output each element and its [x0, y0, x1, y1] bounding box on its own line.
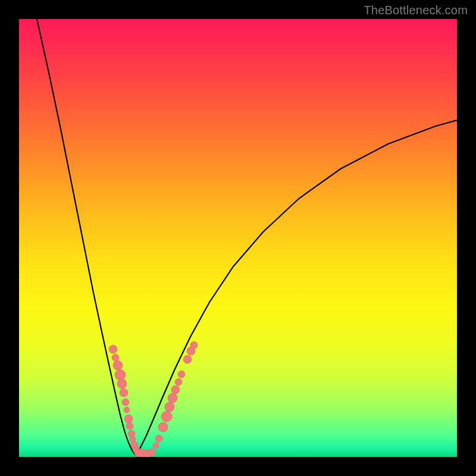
bead-point: [109, 345, 117, 353]
scatter-beads: [109, 342, 198, 457]
bead-point: [113, 361, 123, 370]
chart-frame: TheBottleneck.com: [0, 0, 476, 476]
bead-point: [115, 369, 126, 380]
bead-point: [122, 399, 129, 406]
bead-point: [126, 422, 133, 430]
bead-point: [120, 389, 128, 397]
bead-point: [183, 355, 192, 364]
bead-point: [124, 415, 133, 423]
bead-point: [153, 443, 159, 449]
bead-point: [165, 402, 174, 412]
plot-area: [19, 19, 457, 457]
bead-point: [155, 435, 162, 442]
bead-point: [168, 393, 177, 403]
bead-point: [158, 422, 168, 432]
bead-point: [112, 354, 119, 361]
bead-point: [190, 342, 198, 349]
bead-point: [148, 449, 155, 456]
bead-point: [161, 411, 172, 422]
bead-point: [175, 378, 182, 386]
bead-point: [117, 379, 127, 389]
bead-point: [130, 436, 136, 442]
bead-point: [178, 371, 185, 378]
bead-point: [124, 407, 130, 413]
watermark-text: TheBottleneck.com: [364, 4, 468, 17]
curve-overlay: [19, 19, 457, 457]
bead-point: [171, 386, 180, 394]
curve-right-branch: [136, 120, 457, 455]
